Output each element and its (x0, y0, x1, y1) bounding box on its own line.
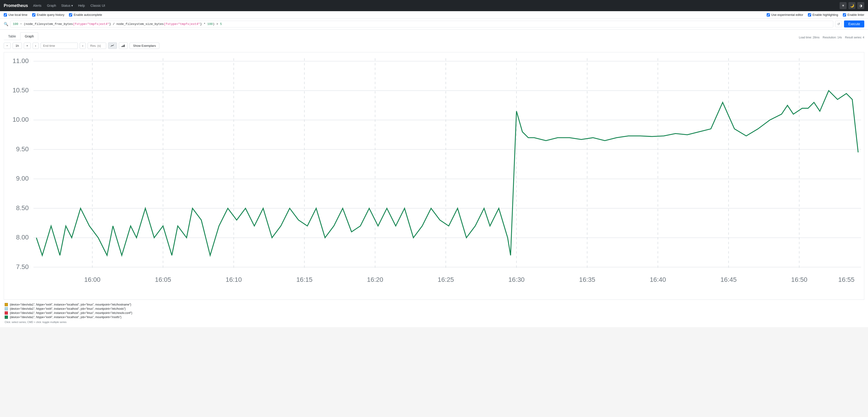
decrease-duration-button[interactable]: − (4, 43, 11, 49)
svg-text:16:50: 16:50 (791, 276, 807, 283)
svg-text:16:20: 16:20 (367, 276, 383, 283)
execute-button[interactable]: Execute (844, 21, 864, 28)
legend-item-1[interactable]: {device="/dev/vda1", fstype="ext4", inst… (5, 307, 863, 311)
svg-rect-1 (123, 45, 123, 47)
use-experimental-editor-checkbox[interactable]: Use experimental editor (767, 13, 803, 16)
brand-logo[interactable]: Prometheus (4, 3, 28, 8)
chart-container: 11.00 10.50 10.00 9.50 9.00 8.50 8.00 7.… (4, 52, 864, 300)
navbar-icons: ☀ 🌙 ◑ (840, 2, 864, 9)
moon-icon[interactable]: 🌙 (848, 2, 856, 9)
nav-help[interactable]: Help (78, 3, 85, 8)
svg-rect-0 (122, 46, 122, 47)
legend-item-3[interactable]: {device="/dev/vda1", fstype="ext4", inst… (5, 315, 863, 319)
enable-linter-checkbox[interactable]: Enable linter (843, 13, 864, 16)
sun-moon-icon[interactable]: ☀ (840, 2, 846, 9)
svg-rect-2 (124, 45, 125, 47)
svg-text:9.00: 9.00 (16, 175, 29, 182)
tab-graph[interactable]: Graph (20, 32, 38, 40)
nav-status[interactable]: Status ▾ (61, 4, 73, 7)
resolution-input[interactable] (88, 43, 106, 49)
tabs: Table Graph (4, 32, 38, 40)
stacked-chart-icon[interactable] (119, 42, 128, 49)
legend-text-1: {device="/dev/vda1", fstype="ext4", inst… (10, 307, 126, 310)
svg-text:8.50: 8.50 (16, 204, 29, 211)
end-time-input[interactable] (40, 43, 78, 49)
graph-toolbar: − 1h + ‹ › Show Exemplars (4, 40, 864, 51)
svg-text:16:35: 16:35 (579, 276, 595, 283)
svg-text:16:00: 16:00 (84, 276, 101, 283)
options-bar: Use local time Enable query history Enab… (0, 11, 868, 19)
svg-text:11.00: 11.00 (12, 57, 29, 65)
nav-graph[interactable]: Graph (46, 3, 57, 8)
line-chart-icon[interactable] (108, 42, 117, 49)
svg-text:8.00: 8.00 (16, 234, 29, 241)
show-exemplars-button[interactable]: Show Exemplars (129, 43, 159, 49)
main-content: Table Graph Load time: 28ms Resolution: … (0, 30, 868, 327)
refresh-icon-button[interactable]: ↺ (835, 21, 842, 27)
duration-button[interactable]: 1h (12, 43, 22, 49)
resolution: Resolution: 14s (823, 36, 842, 39)
nav-alerts[interactable]: Alerts (33, 3, 42, 8)
enable-highlighting-checkbox[interactable]: Enable highlighting (808, 13, 838, 16)
chevron-down-icon: ▾ (71, 4, 73, 7)
next-time-button[interactable]: › (80, 43, 86, 49)
svg-text:16:55: 16:55 (838, 276, 855, 283)
options-right: Use experimental editor Enable highlight… (767, 13, 864, 16)
legend-text-2: {device="/dev/vda1", fstype="ext4", inst… (10, 311, 132, 315)
svg-text:10.00: 10.00 (12, 116, 29, 123)
legend-color-2 (5, 311, 8, 315)
svg-text:16:45: 16:45 (720, 276, 737, 283)
legend-text-3: {device="/dev/vda1", fstype="ext4", inst… (10, 316, 121, 319)
load-info: Load time: 28ms Resolution: 14s Result s… (799, 35, 864, 40)
svg-text:16:30: 16:30 (508, 276, 525, 283)
prev-time-button[interactable]: ‹ (33, 43, 39, 49)
legend: {device="/dev/vda1", fstype="ext4", inst… (4, 300, 864, 324)
svg-text:16:40: 16:40 (650, 276, 666, 283)
legend-color-3 (5, 316, 8, 319)
contrast-icon[interactable]: ◑ (857, 2, 864, 9)
legend-text-0: {device="/dev/vda1", fstype="ext4", inst… (10, 303, 131, 306)
search-icon: 🔍 (4, 22, 8, 26)
legend-color-1 (5, 307, 8, 310)
svg-text:16:15: 16:15 (296, 276, 313, 283)
legend-item-2[interactable]: {device="/dev/vda1", fstype="ext4", inst… (5, 311, 863, 315)
tab-table[interactable]: Table (4, 32, 20, 40)
enable-query-history-checkbox[interactable]: Enable query history (32, 13, 65, 16)
svg-text:9.50: 9.50 (16, 145, 29, 153)
svg-text:16:25: 16:25 (438, 276, 454, 283)
use-local-time-checkbox[interactable]: Use local time (4, 13, 28, 16)
legend-color-0 (5, 303, 8, 306)
query-bar: 🔍 100 − (node_filesystem_free_bytes{fsty… (0, 19, 868, 30)
legend-hint: Click: select series; CMD + click: toggl… (5, 319, 863, 323)
result-series: Result series: 4 (845, 36, 864, 39)
legend-item-0[interactable]: {device="/dev/vda1", fstype="ext4", inst… (5, 303, 863, 307)
svg-text:16:05: 16:05 (155, 276, 171, 283)
navbar: Prometheus Alerts Graph Status ▾ Help Cl… (0, 0, 868, 11)
enable-autocomplete-checkbox[interactable]: Enable autocomplete (69, 13, 102, 16)
svg-text:10.50: 10.50 (12, 86, 29, 94)
query-text: 100 − (node_filesystem_free_bytes{fstype… (13, 22, 222, 26)
increase-duration-button[interactable]: + (24, 43, 31, 49)
svg-text:7.50: 7.50 (16, 263, 29, 270)
nav-classic-ui[interactable]: Classic UI (90, 3, 105, 8)
svg-text:16:10: 16:10 (225, 276, 242, 283)
load-time: Load time: 28ms (799, 36, 819, 39)
chart-svg: 11.00 10.50 10.00 9.50 9.00 8.50 8.00 7.… (4, 53, 864, 300)
